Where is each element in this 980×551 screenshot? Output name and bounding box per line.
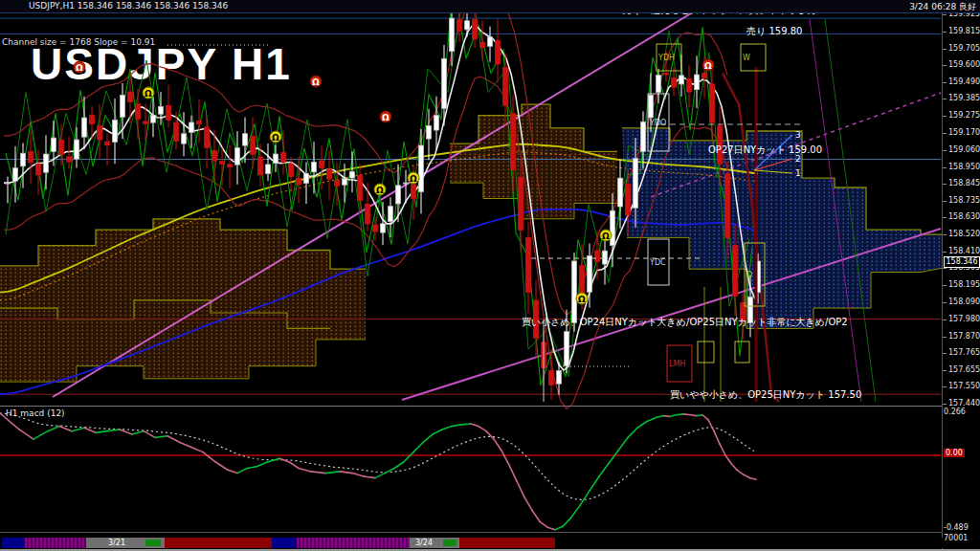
omega-glyph: Ω [312, 77, 320, 87]
candle-body [128, 92, 133, 101]
candle-body [641, 121, 646, 151]
candle-body [350, 172, 355, 178]
price-tick [943, 32, 947, 33]
candle-body [75, 140, 79, 159]
price-tick-label: 159.060 [948, 145, 980, 154]
macd-line [237, 469, 247, 474]
price-tick [943, 150, 947, 151]
price-tick-label: 158.845 [948, 179, 980, 187]
macd-line [532, 510, 540, 521]
session-segment [459, 538, 555, 548]
candle-body [366, 204, 370, 224]
candle-body [121, 95, 125, 117]
macd-line [452, 425, 461, 427]
macd-indicator-label: H1 macd (12) [6, 408, 65, 418]
price-tick-label: 157.765 [948, 348, 980, 357]
macd-line [637, 422, 647, 429]
candle-body [381, 224, 386, 232]
price-tick-label: 158.735 [948, 196, 980, 205]
macd-line [590, 476, 599, 491]
macd-line [180, 442, 191, 447]
candle-body [105, 142, 110, 145]
price-tick [943, 167, 947, 168]
candle-body [664, 73, 669, 75]
candle-body [404, 183, 409, 184]
candle-body [174, 122, 179, 141]
candle-body [687, 79, 692, 93]
macd-line [19, 430, 33, 439]
macd-line [385, 469, 394, 474]
price-tick [943, 82, 947, 83]
candle-body [373, 225, 378, 231]
macd-line [132, 431, 144, 434]
macd-line [59, 427, 72, 431]
macd-line [471, 424, 479, 427]
macd-line [501, 451, 509, 465]
candle-body [151, 115, 156, 122]
annotation-op24-cut: 買い小さめ、OP24日NYカット大きめ/OP25日NYカット非常に大きめ/OP2 [522, 316, 848, 329]
macd-scale-count: 70001 [944, 534, 968, 542]
session-segment [297, 538, 410, 548]
candle-body [343, 179, 347, 185]
price-tick-label: 159.705 [948, 44, 980, 53]
session-segment [2, 538, 25, 548]
candle-body [67, 157, 72, 162]
level-box-label: D [746, 271, 752, 279]
price-tick-label: 158.520 [948, 230, 980, 238]
price-tick [943, 404, 947, 405]
macd-line [364, 476, 375, 478]
candle-body [603, 251, 608, 264]
macd-line [120, 430, 132, 434]
price-tick [943, 234, 947, 235]
candle-body [649, 95, 654, 118]
price-tick [943, 386, 947, 387]
session-segment [165, 538, 272, 548]
candle-body [488, 37, 493, 47]
macd-line [144, 431, 155, 438]
candle-body [167, 105, 171, 120]
panel-divider[interactable] [0, 406, 980, 407]
macd-line [325, 472, 340, 474]
current-price-badge: 158.346 [944, 256, 980, 268]
price-tick [943, 116, 947, 117]
macd-line [509, 465, 517, 481]
candle-body [289, 165, 294, 177]
price-tick [943, 302, 947, 303]
price-axis[interactable]: 158.346 159.925159.815159.705159.600159.… [942, 0, 980, 551]
candle-body [672, 77, 677, 87]
chart-area[interactable]: YDHWYDOYDCDLMH321ΩΩΩΩΩΩΩΩΩΩ [0, 0, 980, 551]
candle-body [549, 370, 554, 385]
price-tick [943, 268, 947, 269]
candle-body [679, 76, 684, 84]
candle-body [13, 168, 18, 181]
candle-body [189, 122, 194, 132]
price-tick [943, 65, 947, 66]
candle-body [274, 154, 278, 164]
macd-line [517, 481, 524, 497]
session-segment [25, 538, 86, 548]
price-tick-label: 158.410 [948, 247, 980, 255]
macd-line [479, 427, 486, 431]
candle-body [434, 116, 439, 130]
annotation-sell: 売り 159.80 [746, 25, 802, 38]
macd-scale-zero: 0.00 [944, 449, 965, 457]
macd-line [107, 430, 120, 431]
candle-body [618, 178, 623, 207]
price-tick-label: 158.630 [948, 212, 980, 221]
timeline-divider [0, 532, 980, 533]
macd-line [203, 452, 215, 462]
price-tick-label: 159.275 [948, 111, 980, 120]
macd-line [191, 448, 203, 452]
candle-body [557, 370, 562, 384]
macd-line [215, 462, 228, 470]
datetime-status: 3/24 06:28 良好 [909, 1, 976, 13]
macd-line [697, 415, 702, 416]
macd-line [167, 436, 180, 443]
macd-line [524, 497, 532, 511]
trendline [402, 229, 941, 400]
candle-body [258, 157, 263, 175]
candle-body [626, 185, 631, 215]
candle-body [572, 261, 577, 322]
macd-line [563, 518, 570, 526]
price-tick [943, 201, 947, 202]
